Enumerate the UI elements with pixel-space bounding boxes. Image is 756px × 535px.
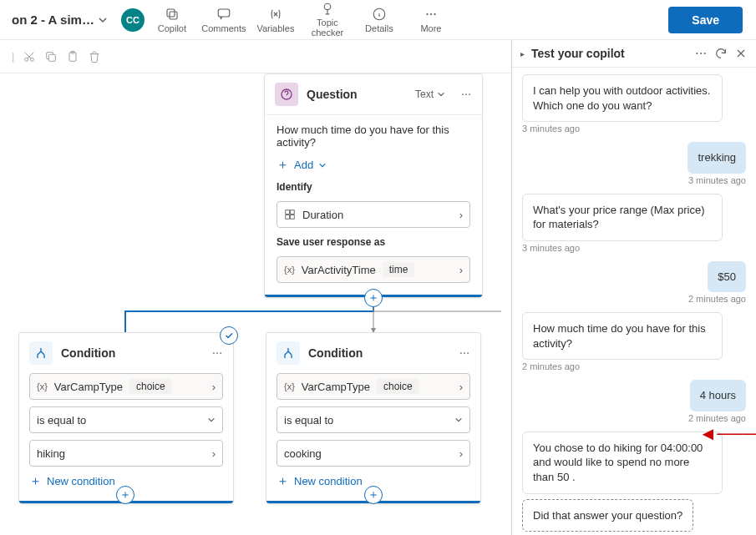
message-bubble: I can help you with outdoor activities. … <box>522 74 723 122</box>
svg-point-32 <box>700 53 702 54</box>
panel-more-icon[interactable] <box>694 47 708 60</box>
variable-icon: {x} <box>284 381 295 391</box>
condition-node[interactable]: Condition {x} VarCampType choice › is eq… <box>266 332 481 504</box>
chevron-right-icon: › <box>459 447 463 460</box>
message-bubble: $50 <box>708 261 746 293</box>
svg-rect-1 <box>170 12 177 19</box>
test-panel-title: Test your copilot <box>531 47 688 60</box>
svg-point-26 <box>216 352 218 354</box>
bot-message: What's your price range (Max price) for … <box>522 194 746 256</box>
close-icon[interactable] <box>734 47 748 60</box>
paste-icon[interactable] <box>66 50 79 63</box>
collapse-panel-icon[interactable]: ▸ <box>520 49 525 58</box>
add-node-button[interactable]: ＋ <box>364 486 383 504</box>
more-button[interactable]: More <box>407 2 455 38</box>
variable-icon: {x} <box>37 381 48 391</box>
topic-checker-icon <box>320 2 335 17</box>
copy-icon[interactable] <box>44 50 58 63</box>
chat-transcript[interactable]: I can help you with outdoor activities. … <box>512 68 756 535</box>
message-bubble: What's your price range (Max price) for … <box>522 194 723 241</box>
identify-field[interactable]: Duration › <box>277 201 470 228</box>
add-node-button[interactable]: ＋ <box>364 289 383 307</box>
message-bubble: You chose to do hiking for 04:00:00 and … <box>522 432 723 494</box>
svg-point-28 <box>460 352 462 354</box>
cut-icon[interactable] <box>23 50 36 63</box>
add-question-element[interactable]: ＋ Add <box>277 157 470 173</box>
condition-variable-field[interactable]: {x} VarCampType choice › <box>277 373 470 400</box>
svg-point-19 <box>465 93 467 95</box>
chevron-down-icon <box>318 161 327 169</box>
avatar[interactable]: CC <box>121 8 145 32</box>
condition-node[interactable]: Condition {x} VarCampType choice › is eq… <box>18 332 234 504</box>
condition-operator-field[interactable]: is equal to <box>277 406 470 433</box>
message-timestamp: 3 minutes ago <box>688 175 746 185</box>
condition-value-field[interactable]: cooking › <box>277 440 470 467</box>
more-icon <box>424 7 439 22</box>
svg-point-29 <box>464 352 465 354</box>
condition-icon <box>29 341 53 365</box>
node-more-icon[interactable] <box>459 347 470 359</box>
identify-label: Identify <box>277 181 470 193</box>
chevron-right-icon: › <box>212 447 216 460</box>
details-icon <box>372 7 387 22</box>
condition-value-field[interactable]: hiking › <box>29 440 223 467</box>
entity-icon <box>284 209 296 220</box>
node-more-icon[interactable] <box>211 347 223 359</box>
message-timestamp: 2 minutes ago <box>688 294 746 304</box>
svg-rect-23 <box>286 215 290 220</box>
message-bubble: How much time do you have for this activ… <box>522 312 723 360</box>
svg-point-18 <box>462 93 464 95</box>
delete-icon[interactable] <box>88 50 101 63</box>
node-more-icon[interactable] <box>460 88 472 100</box>
variable-field[interactable]: {x} VarActivityTime time › <box>277 256 470 283</box>
question-prompt-text: How much time do you have for this activ… <box>277 124 470 149</box>
svg-point-27 <box>220 352 221 354</box>
chevron-down-icon <box>454 416 463 424</box>
copilot-button[interactable]: Copilot <box>148 2 196 38</box>
add-node-button[interactable]: ＋ <box>116 486 134 504</box>
copilot-icon <box>165 7 180 22</box>
chevron-right-icon: › <box>459 264 463 276</box>
bot-message: Did that answer your question?2 minutes … <box>522 499 746 535</box>
user-message: 4 hours2 minutes ago <box>522 380 746 426</box>
chevron-down-icon <box>437 90 445 98</box>
question-type-dropdown[interactable]: Text <box>415 88 445 100</box>
chevron-down-icon <box>98 15 108 25</box>
variable-icon: {x} <box>284 265 295 275</box>
topic-checker-button[interactable]: Topic checker <box>303 2 352 38</box>
node-title: Condition <box>308 346 450 360</box>
comments-button[interactable]: Comments <box>200 2 248 38</box>
question-icon <box>275 83 298 106</box>
chevron-down-icon <box>207 416 216 424</box>
svg-rect-22 <box>291 210 295 215</box>
condition-operator-field[interactable]: is equal to <box>29 406 223 433</box>
details-button[interactable]: Details <box>355 2 403 38</box>
node-title: Question <box>307 88 407 101</box>
svg-point-3 <box>324 3 330 9</box>
svg-point-5 <box>426 13 428 14</box>
chevron-right-icon: › <box>459 381 463 393</box>
variables-button[interactable]: Variables <box>251 2 300 38</box>
save-button[interactable]: Save <box>668 7 743 33</box>
message-timestamp: 2 minutes ago <box>688 413 746 423</box>
message-bubble: 4 hours <box>690 380 746 411</box>
svg-point-31 <box>696 53 698 54</box>
refresh-icon[interactable] <box>714 47 728 60</box>
condition-icon <box>277 341 300 365</box>
comments-icon <box>216 7 231 22</box>
canvas-toolbar: | <box>0 40 511 73</box>
condition-match-badge <box>220 326 238 345</box>
message-timestamp: 3 minutes ago <box>522 243 580 253</box>
svg-rect-24 <box>291 215 295 220</box>
question-node[interactable]: Question Text How much time do you have … <box>264 73 483 298</box>
topic-title: on 2 - A sim… <box>12 13 94 27</box>
test-panel: ▸ Test your copilot I can help you with … <box>512 40 756 535</box>
user-message: $502 minutes ago <box>522 261 746 308</box>
condition-variable-field[interactable]: {x} VarCampType choice › <box>29 373 223 400</box>
topic-title-dropdown[interactable]: on 2 - A sim… <box>7 9 113 30</box>
bot-message: How much time do you have for this activ… <box>522 312 746 375</box>
svg-rect-10 <box>49 54 56 61</box>
svg-point-6 <box>430 13 432 14</box>
authoring-canvas[interactable]: Question Text How much time do you have … <box>0 73 511 535</box>
variables-icon <box>268 7 283 22</box>
